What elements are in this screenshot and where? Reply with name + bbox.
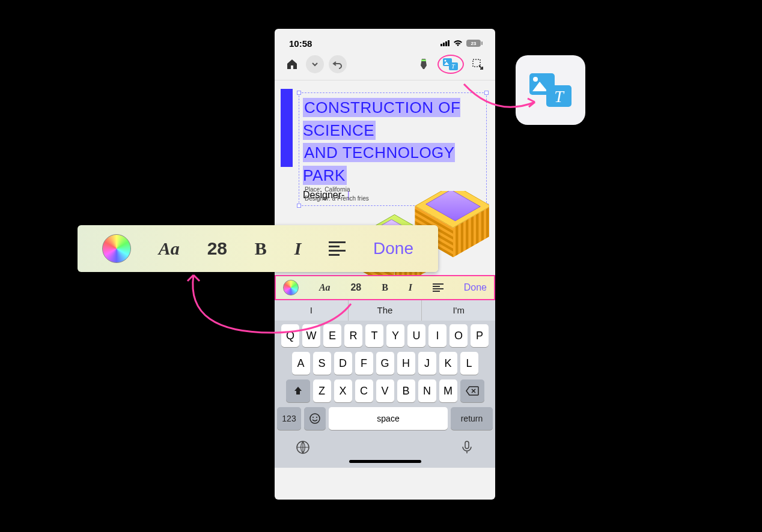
format-bar-enlarged: Aa 28 B I Done <box>78 225 438 272</box>
highlighter-button[interactable] <box>415 55 433 73</box>
return-key[interactable]: return <box>451 407 493 430</box>
key-v[interactable]: V <box>376 379 394 402</box>
key-m[interactable]: M <box>439 379 457 402</box>
shift-icon <box>293 386 303 396</box>
highlighter-icon <box>418 58 429 70</box>
emoji-icon <box>309 413 321 425</box>
done-button[interactable]: Done <box>464 282 487 293</box>
backspace-key[interactable] <box>460 379 484 402</box>
bold-button[interactable]: B <box>255 238 267 259</box>
key-j[interactable]: J <box>418 352 436 375</box>
app-toolbar: T <box>275 53 495 80</box>
resize-handle[interactable] <box>297 91 301 95</box>
key-t[interactable]: T <box>365 324 383 347</box>
backspace-icon <box>466 386 479 396</box>
suggestion-1[interactable]: I <box>275 300 349 321</box>
home-indicator <box>349 460 421 463</box>
format-bar: Aa 28 B I Done <box>275 275 495 300</box>
key-y[interactable]: Y <box>386 324 404 347</box>
key-u[interactable]: U <box>407 324 425 347</box>
align-button[interactable] <box>329 239 346 258</box>
key-q[interactable]: Q <box>281 324 299 347</box>
media-text-button[interactable]: T <box>443 55 459 73</box>
key-h[interactable]: H <box>397 352 415 375</box>
numeric-key[interactable]: 123 <box>277 407 301 430</box>
font-size-button[interactable]: 28 <box>350 282 361 293</box>
lasso-icon <box>472 58 484 70</box>
svg-rect-10 <box>465 441 469 449</box>
undo-icon <box>333 60 343 68</box>
key-f[interactable]: F <box>355 352 373 375</box>
key-l[interactable]: L <box>460 352 478 375</box>
italic-button[interactable]: I <box>409 282 412 293</box>
title-line-1: CONSTRUCTION OF SCIENCE <box>303 98 460 140</box>
key-i[interactable]: I <box>428 324 447 347</box>
globe-icon[interactable] <box>295 440 311 455</box>
shift-key[interactable] <box>286 379 310 402</box>
home-button[interactable] <box>283 55 301 73</box>
key-n[interactable]: N <box>418 379 436 402</box>
accent-strip <box>281 89 293 167</box>
key-r[interactable]: R <box>344 324 362 347</box>
key-z[interactable]: Z <box>313 379 331 402</box>
svg-point-8 <box>316 417 317 418</box>
image-text-icon: T <box>529 73 572 107</box>
suggestion-2[interactable]: The <box>349 300 422 321</box>
align-button[interactable] <box>433 282 443 293</box>
mode-dropdown[interactable] <box>306 55 324 73</box>
resize-handle[interactable] <box>297 204 301 208</box>
color-picker-button[interactable] <box>102 234 131 263</box>
space-key[interactable]: space <box>329 407 448 430</box>
key-x[interactable]: X <box>334 379 352 402</box>
svg-point-6 <box>310 414 320 423</box>
svg-point-12 <box>533 77 538 82</box>
font-button[interactable]: Aa <box>319 282 331 293</box>
key-d[interactable]: D <box>334 352 352 375</box>
svg-point-2 <box>445 59 447 61</box>
image-text-icon: T <box>443 58 459 70</box>
key-g[interactable]: G <box>376 352 394 375</box>
status-time: 10:58 <box>289 38 312 49</box>
key-a[interactable]: A <box>292 352 310 375</box>
svg-point-7 <box>312 417 314 418</box>
mic-icon[interactable] <box>459 440 475 455</box>
svg-text:T: T <box>554 87 565 106</box>
key-o[interactable]: O <box>450 324 468 347</box>
key-b[interactable]: B <box>397 379 415 402</box>
battery-icon: 23 <box>466 40 481 47</box>
chevron-down-icon <box>311 61 319 68</box>
key-p[interactable]: P <box>471 324 489 347</box>
title-line-2: AND TECHNOLOGY PARK <box>303 143 455 185</box>
svg-rect-0 <box>421 59 426 61</box>
keyboard: QWERTYUIOP ASDFGHJKL ZXCVBNM 123 space r… <box>275 321 495 468</box>
bold-button[interactable]: B <box>382 282 388 293</box>
key-w[interactable]: W <box>302 324 320 347</box>
italic-button[interactable]: I <box>294 238 302 259</box>
key-k[interactable]: K <box>439 352 457 375</box>
lasso-button[interactable] <box>469 55 487 73</box>
emoji-key[interactable] <box>304 407 326 430</box>
undo-button[interactable] <box>329 55 347 73</box>
keyboard-suggestions: I The I'm <box>275 300 495 321</box>
color-picker-button[interactable] <box>283 280 299 295</box>
key-e[interactable]: E <box>323 324 341 347</box>
wifi-icon <box>453 40 463 47</box>
font-button[interactable]: Aa <box>159 238 180 259</box>
status-indicators: 23 <box>440 40 481 47</box>
callout-media-text-icon: T <box>516 55 585 125</box>
status-bar: 10:58 23 <box>275 29 495 53</box>
done-button[interactable]: Done <box>373 239 413 258</box>
key-c[interactable]: C <box>355 379 373 402</box>
cellular-icon <box>440 40 450 46</box>
key-s[interactable]: S <box>313 352 331 375</box>
media-text-button-highlight: T <box>437 55 464 74</box>
suggestion-3[interactable]: I'm <box>422 300 495 321</box>
resize-handle[interactable] <box>484 91 489 95</box>
title-text[interactable]: CONSTRUCTION OF SCIENCE AND TECHNOLOGY P… <box>303 97 483 187</box>
font-size-button[interactable]: 28 <box>207 238 227 259</box>
